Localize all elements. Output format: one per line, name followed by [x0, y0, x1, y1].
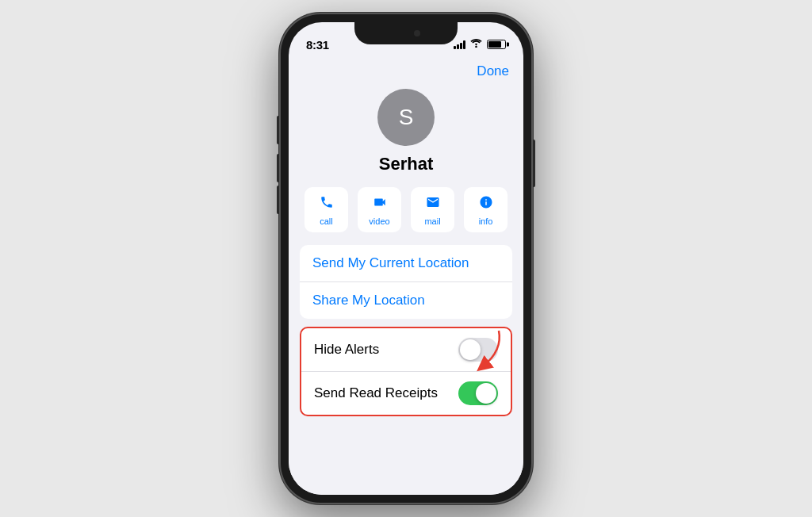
share-my-location-item[interactable]: Share My Location [300, 282, 512, 319]
video-icon [373, 195, 387, 213]
call-label: call [320, 216, 333, 226]
hide-alerts-row: Hide Alerts [301, 328, 511, 372]
send-read-receipts-toggle[interactable] [458, 381, 498, 405]
status-icons [454, 39, 506, 50]
video-button[interactable]: video [358, 187, 401, 232]
main-content: Done S Serhat [289, 57, 523, 495]
svg-point-0 [475, 46, 477, 48]
wifi-icon [470, 39, 482, 50]
hide-alerts-toggle[interactable] [458, 338, 498, 362]
mail-button[interactable]: mail [411, 187, 454, 232]
hide-alerts-label: Hide Alerts [314, 342, 379, 358]
battery-icon [487, 40, 506, 49]
call-icon [320, 195, 334, 213]
info-icon [479, 195, 493, 213]
call-button[interactable]: call [304, 187, 348, 232]
send-read-receipts-label: Send Read Receipts [314, 385, 438, 401]
notch [354, 22, 458, 44]
avatar: S [377, 89, 435, 146]
toggle-section: Hide Alerts Send Read Receipts [300, 327, 512, 416]
mail-label: mail [424, 216, 440, 226]
phone-screen: 8:31 [289, 22, 523, 495]
send-current-location-item[interactable]: Send My Current Location [300, 245, 512, 282]
video-label: video [369, 216, 389, 226]
phone-frame: 8:31 [279, 13, 533, 504]
status-time: 8:31 [306, 38, 329, 52]
phone-device: 8:31 [279, 13, 533, 504]
contact-name: Serhat [379, 154, 433, 174]
mail-icon [426, 195, 440, 213]
signal-icon [454, 40, 465, 49]
info-button[interactable]: info [464, 187, 508, 232]
camera [414, 30, 420, 36]
location-section: Send My Current Location Share My Locati… [300, 245, 512, 319]
send-read-receipts-row: Send Read Receipts [301, 372, 511, 415]
done-button[interactable]: Done [477, 63, 509, 79]
action-buttons-row: call video [304, 187, 508, 232]
info-label: info [479, 216, 493, 226]
